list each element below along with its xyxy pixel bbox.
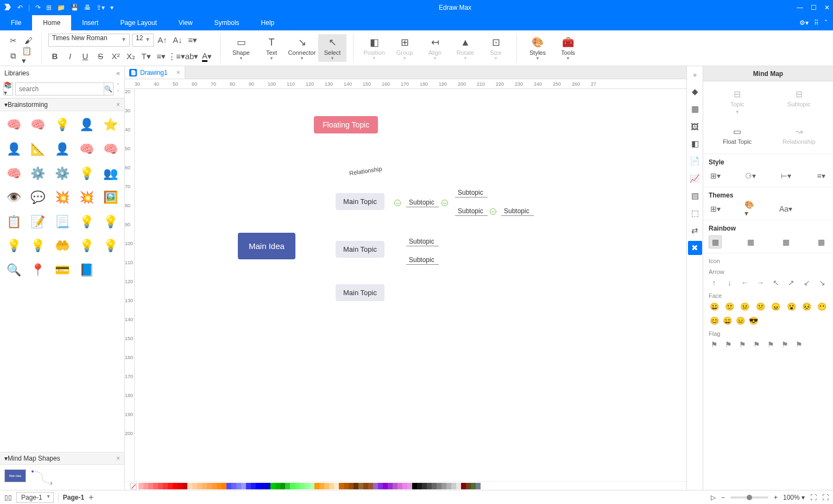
library-shape[interactable]: 🧠	[3, 163, 24, 184]
color-swatch[interactable]	[148, 483, 153, 489]
strip-image-icon[interactable]: 🖼	[688, 119, 702, 133]
library-shape[interactable]: 💡	[76, 211, 97, 232]
color-swatch[interactable]	[397, 483, 402, 489]
color-swatch[interactable]	[246, 483, 251, 489]
theme-preset-icon[interactable]: ⊞▾	[709, 202, 722, 215]
color-swatch[interactable]	[329, 483, 334, 489]
add-page-icon[interactable]: +	[89, 493, 93, 502]
color-swatch[interactable]	[417, 483, 422, 489]
section-brainstorming[interactable]: ▾ Brainstorming×	[0, 98, 124, 111]
color-swatch[interactable]	[334, 483, 339, 489]
mindmap-shape-thumb[interactable]: Main Idea	[4, 469, 26, 482]
tab-file[interactable]: File	[0, 15, 32, 30]
library-shape[interactable]: 🧠	[3, 114, 24, 136]
library-shape[interactable]: 👤	[3, 139, 24, 160]
add-subtopic-button[interactable]: ⊟Subtopic	[771, 86, 828, 118]
color-swatch[interactable]	[217, 483, 222, 489]
relationship-label[interactable]: Relationship	[349, 165, 382, 176]
text-highlight-icon[interactable]: T▾	[140, 50, 153, 63]
strip-frame-icon[interactable]: ⬚	[688, 206, 702, 220]
color-swatch[interactable]	[422, 483, 427, 489]
undo-icon[interactable]: ↶	[17, 4, 23, 11]
subtopic-node[interactable]: Subtopic	[504, 207, 529, 215]
color-swatch[interactable]	[456, 483, 461, 489]
color-swatch[interactable]	[158, 483, 163, 489]
subtopic-node[interactable]: Subtopic	[409, 238, 434, 245]
library-picker-icon[interactable]: 📚▾	[3, 82, 13, 95]
color-swatch[interactable]	[476, 483, 481, 489]
face-icon[interactable]: 😕	[755, 301, 766, 312]
face-icon[interactable]: 🙂	[724, 301, 735, 312]
library-shape[interactable]: 🖼️	[100, 187, 121, 208]
align-button[interactable]: ↤Align▼	[421, 34, 449, 62]
fit-page-icon[interactable]: ⛶	[810, 494, 817, 501]
zoom-in-icon[interactable]: +	[774, 494, 778, 501]
color-swatch[interactable]	[310, 483, 314, 489]
font-size-select[interactable]: 12▼	[132, 34, 154, 47]
color-swatch[interactable]	[437, 483, 441, 489]
color-swatch[interactable]	[241, 483, 246, 489]
italic-icon[interactable]: I	[64, 50, 77, 63]
color-swatch[interactable]	[212, 483, 217, 489]
strikethrough-icon[interactable]: S	[94, 50, 107, 63]
arrow-downleft-icon[interactable]: ↙	[802, 277, 812, 288]
zoom-out-icon[interactable]: −	[721, 494, 725, 501]
color-swatch[interactable]	[236, 483, 241, 489]
color-swatch[interactable]	[222, 483, 226, 489]
arrow-upright-icon[interactable]: ↗	[786, 277, 797, 288]
rainbow-option-1[interactable]: ▦	[709, 235, 722, 248]
expand-panel-icon[interactable]: »	[693, 68, 697, 81]
align-text-icon[interactable]: ≡▾	[186, 34, 199, 47]
library-shape[interactable]: 🤲	[52, 235, 73, 257]
library-shape[interactable]: 📘	[76, 260, 97, 281]
color-swatch[interactable]	[138, 483, 143, 489]
library-shape[interactable]: 💡	[100, 235, 121, 257]
flag-icon[interactable]: ⚑	[737, 339, 748, 350]
color-swatch[interactable]	[295, 483, 300, 489]
options-icon[interactable]: ⚙▾	[799, 19, 809, 27]
tab-insert[interactable]: Insert	[71, 15, 109, 30]
color-swatch[interactable]	[266, 483, 270, 489]
cut-icon[interactable]: ✂	[7, 34, 20, 47]
color-swatch[interactable]	[168, 483, 173, 489]
color-swatch[interactable]	[373, 483, 378, 489]
page-select[interactable]: Page-1▼	[16, 492, 54, 503]
color-swatch[interactable]	[388, 483, 393, 489]
strip-table-icon[interactable]: ▤	[688, 189, 702, 203]
color-swatch[interactable]	[446, 483, 451, 489]
expand-toggle-icon[interactable]	[490, 208, 496, 215]
color-swatch[interactable]	[305, 483, 310, 489]
expand-toggle-icon[interactable]	[394, 200, 401, 206]
color-swatch[interactable]	[324, 483, 329, 489]
subscript-icon[interactable]: X₂	[124, 50, 137, 63]
strip-mindmap-icon[interactable]: ✖	[688, 241, 702, 255]
library-shape[interactable]: ⭐	[100, 114, 121, 136]
color-swatch[interactable]	[412, 483, 417, 489]
line-spacing-icon[interactable]: ≡▾	[155, 50, 168, 63]
tab-help[interactable]: Help	[250, 15, 286, 30]
style-tree-icon[interactable]: ⚆▾	[744, 169, 757, 182]
open-icon[interactable]: 📁	[57, 4, 65, 11]
face-icon[interactable]: 😑	[735, 315, 746, 326]
color-swatch[interactable]	[143, 483, 148, 489]
color-swatch[interactable]	[207, 483, 212, 489]
styles-button[interactable]: 🎨Styles▼	[523, 34, 552, 62]
underline-icon[interactable]: U	[79, 50, 92, 63]
tab-view[interactable]: View	[168, 15, 204, 30]
connector-button[interactable]: ↘Connector▼	[288, 34, 316, 62]
theme-font-icon[interactable]: Aa▾	[779, 202, 792, 215]
font-color-icon[interactable]: A▾	[200, 50, 213, 63]
library-shape[interactable]: 👥	[100, 163, 121, 184]
color-swatch[interactable]	[427, 483, 432, 489]
library-shape[interactable]: 📋	[3, 211, 24, 232]
tools-button[interactable]: 🧰Tools▼	[554, 34, 582, 62]
flag-icon[interactable]: ⚑	[779, 339, 790, 350]
library-shape[interactable]: 👤	[52, 139, 73, 160]
color-swatch[interactable]	[226, 483, 231, 489]
face-icon[interactable]: 😮	[786, 301, 797, 312]
library-shape[interactable]: 📝	[28, 211, 49, 232]
scroll-up-icon[interactable]: ˄	[117, 82, 119, 88]
main-idea-node[interactable]: Main Idea	[238, 233, 295, 259]
library-shape[interactable]: 💡	[52, 114, 73, 136]
floating-topic-node[interactable]: Floating Topic	[314, 116, 378, 133]
